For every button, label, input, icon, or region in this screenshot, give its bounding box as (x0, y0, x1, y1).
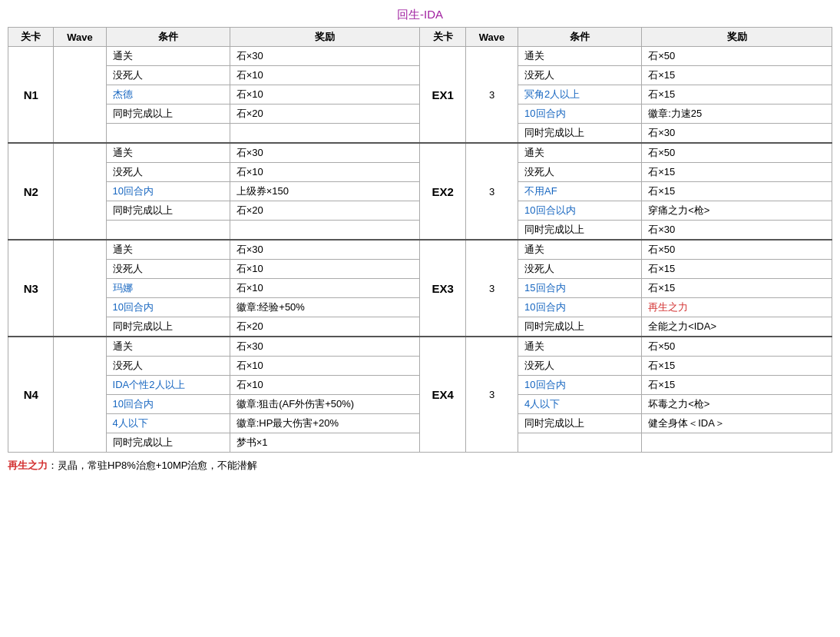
right-cond-3-2: 10回合内 (518, 376, 642, 395)
table-row: N2通关石×30EX23通关石×50 (8, 143, 832, 163)
left-cond-3-2: IDA个性2人以上 (106, 376, 230, 395)
left-reward-1-0: 石×30 (230, 143, 420, 163)
left-cond-1-2: 10回合内 (106, 182, 230, 201)
right-cond-3-4: 同时完成以上 (518, 414, 642, 433)
left-cond-0-1: 没死人 (106, 66, 230, 85)
right-cond-1-1: 没死人 (518, 163, 642, 182)
col-header-3: 奖励 (230, 28, 420, 47)
left-cond-0-2: 杰德 (106, 85, 230, 105)
right-reward-3-4: 健全身体＜IDA＞ (642, 414, 832, 433)
footer-label: 再生之力 (8, 460, 48, 471)
left-wave-1 (54, 143, 106, 240)
right-cond-3-0: 通关 (518, 337, 642, 357)
table-row: N3通关石×30EX33通关石×50 (8, 240, 832, 260)
left-reward-0-0: 石×30 (230, 47, 420, 66)
right-cond-1-4: 同时完成以上 (518, 221, 642, 241)
right-cond-0-0: 通关 (518, 47, 642, 66)
left-reward-3-5: 梦书×1 (230, 433, 420, 453)
left-reward-1-4 (230, 221, 420, 241)
left-kaka-3: N4 (8, 337, 54, 453)
right-cond-0-4: 同时完成以上 (518, 124, 642, 144)
left-cond-0-3: 同时完成以上 (106, 105, 230, 124)
right-cond-1-0: 通关 (518, 143, 642, 163)
right-cond-2-4: 同时完成以上 (518, 317, 642, 337)
col-header-1: Wave (54, 28, 106, 47)
left-reward-1-1: 石×10 (230, 163, 420, 182)
left-reward-3-0: 石×30 (230, 337, 420, 357)
right-reward-1-2: 石×15 (642, 182, 832, 201)
right-wave-2: 3 (465, 240, 518, 337)
right-reward-0-2: 石×15 (642, 85, 832, 105)
right-cond-0-2: 冥角2人以上 (518, 85, 642, 105)
right-cond-1-2: 不用AF (518, 182, 642, 201)
right-cond-0-3: 10回合内 (518, 105, 642, 124)
left-kaka-0: N1 (8, 47, 54, 144)
left-cond-3-5: 同时完成以上 (106, 433, 230, 453)
right-reward-0-4: 石×30 (642, 124, 832, 144)
right-reward-3-0: 石×50 (642, 337, 832, 357)
left-cond-3-1: 没死人 (106, 357, 230, 376)
left-reward-2-3: 徽章:经验+50% (230, 298, 420, 317)
right-reward-2-1: 石×15 (642, 260, 832, 279)
left-reward-0-1: 石×10 (230, 66, 420, 85)
right-reward-2-0: 石×50 (642, 240, 832, 260)
right-reward-2-4: 全能之力<IDA> (642, 317, 832, 337)
left-wave-3 (54, 337, 106, 453)
left-kaka-1: N2 (8, 143, 54, 240)
right-reward-0-3: 徽章:力速25 (642, 105, 832, 124)
left-reward-3-1: 石×10 (230, 357, 420, 376)
left-reward-1-3: 石×20 (230, 201, 420, 221)
right-reward-0-0: 石×50 (642, 47, 832, 66)
col-header-5: Wave (465, 28, 518, 47)
left-cond-1-0: 通关 (106, 143, 230, 163)
left-kaka-2: N3 (8, 240, 54, 337)
left-cond-1-4 (106, 221, 230, 241)
right-reward-2-3: 再生之力 (642, 298, 832, 317)
right-cond-2-3: 10回合内 (518, 298, 642, 317)
left-cond-0-0: 通关 (106, 47, 230, 66)
table-row: N1通关石×30EX13通关石×50 (8, 47, 832, 66)
left-reward-0-3: 石×20 (230, 105, 420, 124)
left-cond-2-3: 10回合内 (106, 298, 230, 317)
right-reward-0-1: 石×15 (642, 66, 832, 85)
right-kaka-2: EX3 (420, 240, 465, 337)
right-cond-3-3: 4人以下 (518, 395, 642, 414)
right-reward-1-3: 穿痛之力<枪> (642, 201, 832, 221)
col-header-4: 关卡 (420, 28, 465, 47)
left-cond-3-4: 4人以下 (106, 414, 230, 433)
right-cond-3-5 (518, 433, 642, 453)
left-wave-2 (54, 240, 106, 337)
right-cond-1-3: 10回合以内 (518, 201, 642, 221)
right-wave-1: 3 (465, 143, 518, 240)
right-reward-1-1: 石×15 (642, 163, 832, 182)
left-reward-0-4 (230, 124, 420, 144)
left-cond-2-0: 通关 (106, 240, 230, 260)
right-reward-1-0: 石×50 (642, 143, 832, 163)
right-reward-3-1: 石×15 (642, 357, 832, 376)
right-kaka-0: EX1 (420, 47, 465, 144)
right-cond-2-1: 没死人 (518, 260, 642, 279)
left-reward-3-3: 徽章:狙击(AF外伤害+50%) (230, 395, 420, 414)
footer-text: ：灵晶，常驻HP8%治愈+10MP治愈，不能潜解 (48, 460, 257, 471)
right-wave-0: 3 (465, 47, 518, 144)
left-reward-2-1: 石×10 (230, 260, 420, 279)
left-reward-2-0: 石×30 (230, 240, 420, 260)
right-cond-2-0: 通关 (518, 240, 642, 260)
left-cond-2-4: 同时完成以上 (106, 317, 230, 337)
right-cond-3-1: 没死人 (518, 357, 642, 376)
main-table-container: 关卡Wave条件奖励关卡Wave条件奖励N1通关石×30EX13通关石×50没死… (8, 27, 832, 453)
col-header-0: 关卡 (8, 28, 54, 47)
right-kaka-1: EX2 (420, 143, 465, 240)
col-header-2: 条件 (106, 28, 230, 47)
left-cond-3-0: 通关 (106, 337, 230, 357)
right-wave-3: 3 (465, 337, 518, 453)
col-header-7: 奖励 (642, 28, 832, 47)
right-reward-3-3: 坏毒之力<枪> (642, 395, 832, 414)
footer-note: 再生之力：灵晶，常驻HP8%治愈+10MP治愈，不能潜解 (8, 459, 832, 473)
left-reward-1-2: 上级券×150 (230, 182, 420, 201)
right-reward-1-4: 石×30 (642, 221, 832, 241)
left-cond-3-3: 10回合内 (106, 395, 230, 414)
left-wave-0 (54, 47, 106, 144)
col-header-6: 条件 (518, 28, 642, 47)
page-title: 回生-IDA (8, 8, 832, 22)
